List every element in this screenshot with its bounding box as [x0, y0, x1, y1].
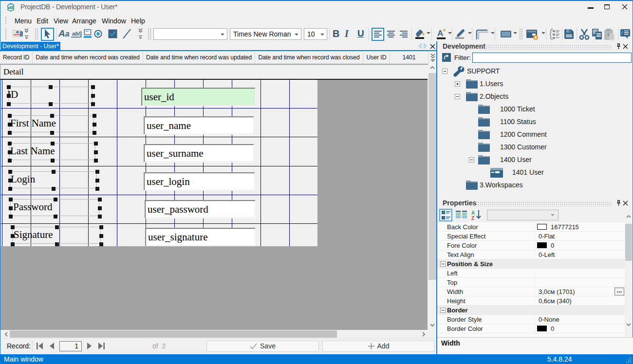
svg-text:abl: abl [72, 31, 80, 36]
svg-text:A: A [437, 29, 443, 38]
svg-text:A: A [471, 210, 475, 216]
svg-text:Z: Z [471, 216, 474, 220]
